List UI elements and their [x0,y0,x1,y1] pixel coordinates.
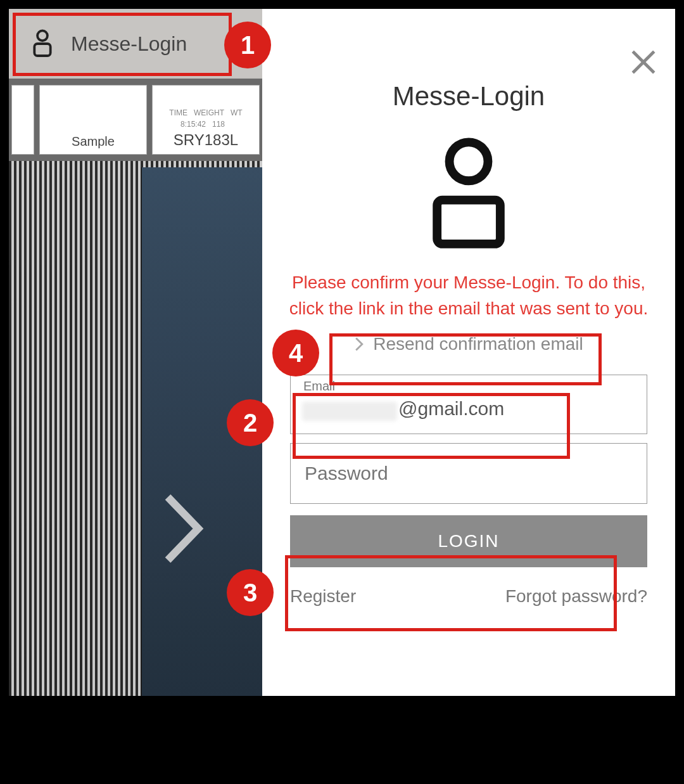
gallery-texture [9,79,262,696]
close-icon[interactable] [628,47,659,77]
gallery-card-code: TIME WEIGHT WT 8:15:42 118 SRY183L [152,85,260,155]
messe-login-bar[interactable]: Messe-Login [9,9,262,79]
svg-point-0 [37,30,48,41]
gallery-card [11,85,34,155]
login-title: Messe-Login [262,81,675,112]
card-sample-label: Sample [72,134,115,149]
chevron-right-icon [354,337,364,352]
gallery-panel: Sample TIME WEIGHT WT 8:15:42 118 SRY183… [9,9,262,696]
resend-label: Resend confirmation email [373,334,583,354]
confirmation-notice: Please confirm your Messe-Login. To do t… [262,270,675,321]
gallery-cards: Sample TIME WEIGHT WT 8:15:42 118 SRY183… [9,79,262,161]
svg-rect-1 [34,44,50,56]
card-val: 8:15:42 [180,120,206,129]
user-icon [30,29,54,59]
card-val: 118 [212,120,225,129]
card-col: WT [231,108,243,117]
email-label: Email [303,379,335,394]
messe-login-bar-label: Messe-Login [71,32,187,56]
user-large-icon [424,137,513,251]
app-frame: Sample TIME WEIGHT WT 8:15:42 118 SRY183… [9,9,675,696]
gallery-card-sample: Sample [39,85,147,155]
card-col: TIME [169,108,187,117]
email-redaction [302,402,397,421]
forgot-password-link[interactable]: Forgot password? [505,586,647,607]
svg-point-4 [450,142,488,181]
gallery-next-icon[interactable] [161,491,205,567]
password-field-wrapper[interactable] [290,443,647,504]
login-button[interactable]: LOGIN [290,515,647,567]
card-tiny-row: TIME WEIGHT WT [169,108,242,117]
card-tiny-row: 8:15:42 118 [180,120,231,129]
auth-links: Register Forgot password? [290,586,647,607]
card-col: WEIGHT [194,108,224,117]
card-code-label: SRY183L [174,131,238,149]
email-field-wrapper[interactable]: Email [290,375,647,434]
login-button-label: LOGIN [438,531,499,551]
resend-confirmation-link[interactable]: Resend confirmation email [332,321,605,366]
password-field[interactable] [291,444,647,503]
login-panel: Messe-Login Please confirm your Messe-Lo… [262,9,675,696]
register-link[interactable]: Register [290,586,356,607]
